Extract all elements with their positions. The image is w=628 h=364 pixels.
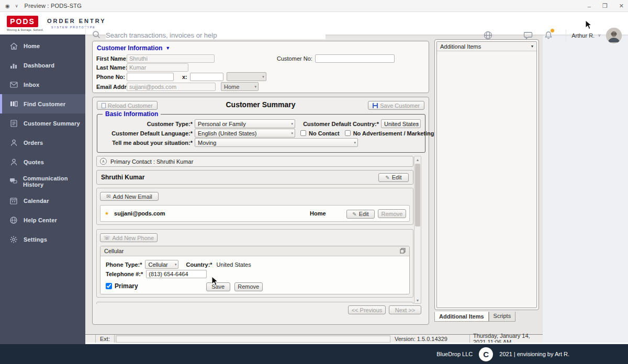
remove-phone-button[interactable]: Remove [234, 282, 263, 291]
previous-button[interactable]: << Previous [348, 305, 386, 314]
pencil-icon: ✎ [352, 211, 356, 217]
add-new-phone-button[interactable]: ☏ Add New Phone [100, 233, 158, 242]
scroll-up-arrow[interactable]: ▲ [414, 156, 421, 163]
phone-plus-icon: ☏ [104, 235, 110, 241]
minimize-button[interactable]: – [588, 3, 591, 9]
sidebar-item-quotes[interactable]: Quotes [0, 152, 85, 172]
sidebar-item-customer-summary[interactable]: Customer Summary [0, 113, 85, 133]
edit-contact-button[interactable]: ✎ Edit [378, 173, 409, 182]
collapse-section-icon[interactable]: ∧ [100, 158, 107, 165]
save-phone-button[interactable]: Save [206, 282, 230, 291]
save-customer-button[interactable]: Save Customer [368, 101, 424, 110]
extension-label: x: [182, 74, 187, 80]
last-name-input[interactable] [127, 63, 188, 72]
extension-input[interactable] [190, 73, 223, 81]
remove-email-button[interactable]: Remove [378, 209, 406, 218]
sidebar-item-dashboard[interactable]: Dashboard [0, 55, 85, 75]
no-advertisement-checkbox[interactable] [345, 130, 351, 136]
version-label: Version: 1.5.0.14329 [391, 335, 470, 343]
no-contact-checkbox[interactable] [300, 130, 306, 136]
search-input[interactable] [106, 31, 326, 39]
window-title: Preview : PODS-STG [25, 3, 82, 9]
vertical-scrollbar[interactable]: ▲ ▼ [414, 156, 421, 304]
edit-email-button[interactable]: ✎ Edit [346, 210, 375, 219]
app-title: ORDER ENTRY [47, 18, 106, 24]
record-icon[interactable]: ◉ [5, 3, 10, 9]
phone-type-cell-select[interactable]: Cellular▾ [145, 260, 178, 269]
close-button[interactable]: ✕ [619, 3, 624, 9]
sidebar-item-find-customer[interactable]: Find Customer [0, 94, 85, 113]
globe-icon[interactable] [478, 31, 498, 40]
default-country-select[interactable]: United States▾ [381, 119, 421, 128]
phone-no-input[interactable] [127, 73, 174, 81]
maximize-button[interactable]: ❒ [602, 3, 608, 9]
sidebar: Home Dashboard Inbox Find Customer Custo… [0, 35, 85, 344]
titlebar-chevron-icon[interactable]: ∨ [15, 4, 18, 8]
additional-items-panel: Additional Items ▾ [434, 39, 539, 310]
email-group: ✉ Add New Email ★ sujjani@pods.com Home … [96, 188, 413, 225]
user-menu-chevron-icon[interactable]: ∨ [598, 33, 601, 38]
cellular-panel-title: Cellular [104, 248, 400, 254]
footer-credit: 2021 | envisioning by Art R. [499, 351, 569, 357]
email-row: ★ sujjani@pods.com Home ✎ Edit [100, 205, 410, 222]
customer-no-input[interactable] [315, 54, 395, 63]
first-name-input[interactable] [127, 54, 215, 63]
person-icon [9, 139, 18, 146]
sidebar-item-calendar[interactable]: Calendar [0, 191, 85, 210]
pods-logo: PODS [7, 16, 38, 27]
customer-information-panel: Customer Information ▼ First Name: Custo… [92, 41, 429, 93]
email-address: sujjani@pods.com [114, 210, 165, 217]
default-language-select[interactable]: English (United States)▾ [195, 129, 295, 138]
email-address-input[interactable] [127, 83, 216, 91]
phone-group: ☏ Add New Phone Cellular Phone Type:* [96, 229, 413, 298]
first-name-label: First Name: [96, 55, 127, 62]
sidebar-item-help-center[interactable]: Help Center [0, 210, 85, 230]
primary-checkbox[interactable] [106, 283, 112, 289]
email-type: Home [310, 210, 326, 217]
add-new-email-button[interactable]: ✉ Add New Email [100, 192, 159, 201]
app-header: PODS Moving & Storage, Solved. ORDER ENT… [0, 12, 628, 35]
sidebar-item-inbox[interactable]: Inbox [0, 75, 85, 94]
email-plus-icon: ✉ [106, 194, 110, 199]
contact-name-panel: Shruthi Kumar ✎ Edit [96, 170, 413, 185]
email-type-select[interactable]: Home▾ [221, 82, 259, 91]
no-advertisement-label: No Advertisement / Marketing [353, 130, 434, 136]
situation-select[interactable]: Moving▾ [195, 138, 358, 147]
chat-icon[interactable] [519, 31, 539, 40]
last-name-label: Last Name: [96, 64, 127, 71]
tab-scripts[interactable]: Scripts [489, 312, 516, 322]
next-button[interactable]: Next >> [389, 305, 421, 314]
notification-dot [551, 29, 554, 32]
primary-label: Primary [115, 282, 138, 290]
primary-contact-header[interactable]: ∧ Primary Contact : Shruthi Kumar [96, 156, 413, 167]
sidebar-item-communication-history[interactable]: Communication History [0, 172, 85, 191]
find-customer-icon [9, 100, 18, 107]
dashboard-icon [9, 62, 18, 69]
sidebar-label: Settings [24, 236, 47, 243]
sidebar-item-settings[interactable]: Settings [0, 230, 85, 249]
datetime-label: Thursday, January 14, 2021 11:06 AM [470, 335, 543, 343]
customer-type-label: Customer Type:* [97, 121, 193, 127]
sidebar-label: Find Customer [24, 101, 65, 107]
sidebar-label: Help Center [24, 217, 57, 223]
tab-additional-items[interactable]: Additional Items [434, 312, 489, 322]
user-name[interactable]: Arthur R. [571, 32, 595, 39]
right-panel-tabs: Additional Items Scripts [434, 312, 515, 322]
user-divider [566, 30, 566, 41]
popout-icon[interactable] [400, 246, 406, 256]
sidebar-item-home[interactable]: Home [0, 36, 85, 55]
scroll-down-arrow[interactable]: ▼ [414, 297, 421, 303]
customer-no-label: Customer No: [277, 55, 312, 62]
save-icon [373, 103, 378, 108]
home-icon [9, 42, 18, 50]
telephone-input[interactable] [146, 270, 207, 278]
notifications-bell-icon[interactable] [539, 31, 558, 40]
phone-type-select[interactable]: ▾ [227, 72, 266, 81]
user-avatar[interactable] [606, 28, 622, 43]
customer-type-select[interactable]: Personal or Family▾ [195, 119, 295, 128]
contact-scroll-area: ∧ Primary Contact : Shruthi Kumar Shruth… [96, 156, 421, 304]
email-address-label: Email Address: [96, 84, 127, 90]
scrollbar-thumb[interactable] [415, 164, 420, 226]
sidebar-item-orders[interactable]: Orders [0, 133, 85, 152]
address-group: ▤ Add New Address [96, 302, 413, 304]
